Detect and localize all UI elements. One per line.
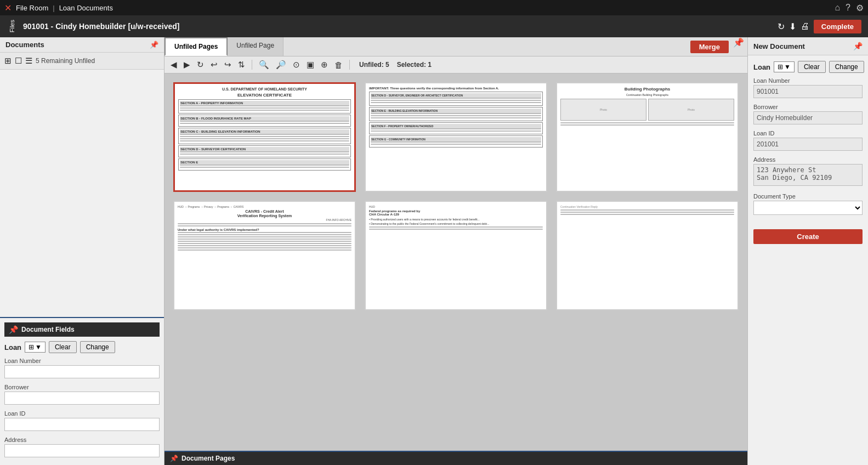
right-pin-icon[interactable]: 📌 — [853, 42, 863, 50]
page-thumb-3[interactable]: Building Photographs Continuation Buildi… — [556, 82, 739, 192]
settings-icon[interactable]: ⚙ — [856, 3, 864, 13]
right-panel-body: Loan ⊞ ▼ Clear Change Loan Number Borrow… — [748, 55, 868, 249]
doc-pages-bar: 📌 Document Pages — [164, 451, 747, 465]
page-thumb-6[interactable]: Continuation Verification Reply — [556, 201, 739, 310]
refresh-pages-button[interactable]: ↻ — [195, 59, 206, 71]
toolbar-strip: ◀ ▶ ↻ ↩ ↪ ⇅ 🔍 🔎 ⊙ ▣ ⊕ 🗑 Unfiled: 5 Selec… — [164, 56, 747, 73]
redo-button[interactable]: ↪ — [223, 59, 233, 71]
complete-button[interactable]: Complete — [814, 20, 861, 33]
fields-borrower-input[interactable] — [4, 392, 160, 405]
view-mode-button[interactable]: ▣ — [305, 59, 316, 71]
fields-change-button[interactable]: Change — [80, 341, 115, 353]
new-doc-type-label: Document Type — [753, 193, 863, 200]
new-doc-type-select[interactable] — [753, 201, 863, 215]
sort-button[interactable]: ⇅ — [236, 59, 247, 71]
doc-fields-header: 📌 Document Fields — [4, 322, 160, 337]
new-doc-address-row: Address 123 Anywhere St San Diego, CA 92… — [753, 156, 863, 188]
unfiled-count: Unfiled: 5 — [359, 61, 389, 69]
new-doc-loan-id-input[interactable] — [753, 138, 863, 151]
fields-loan-number-label: Loan Number — [4, 358, 160, 364]
fields-pin-icon[interactable]: 📌 — [9, 325, 18, 334]
fields-loan-number-input[interactable] — [4, 365, 160, 378]
list-view-icon[interactable]: ☐ — [15, 56, 22, 66]
zoom-in-button[interactable]: 🔎 — [274, 59, 288, 71]
documents-panel-header: Documents 📌 — [0, 37, 164, 53]
zoom-out-button[interactable]: 🔍 — [257, 59, 271, 71]
close-icon[interactable]: ✕ — [4, 3, 12, 13]
page-thumb-2[interactable]: IMPORTANT: Three questions verify the co… — [365, 82, 547, 192]
tab-unfiled-page[interactable]: Unfiled Page — [228, 37, 283, 56]
create-button[interactable]: Create — [753, 229, 863, 244]
right-panel: New Document 📌 Loan ⊞ ▼ Clear Change Loa… — [747, 37, 868, 465]
left-panel: Documents 📌 ⊞ ☐ ☰ 5 Remaining Unfiled 📌 … — [0, 37, 164, 465]
app-name: File Room — [16, 4, 48, 12]
left-toolbar: ⊞ ☐ ☰ 5 Remaining Unfiled — [0, 53, 164, 70]
fields-loan-id-label: Loan ID — [4, 410, 160, 417]
home-icon[interactable]: ⌂ — [835, 3, 840, 13]
new-doc-loan-number-row: Loan Number — [753, 77, 863, 98]
document-thumbnails — [0, 70, 164, 317]
new-doc-loan-number-label: Loan Number — [753, 77, 863, 84]
title-bar: ✕ File Room | Loan Documents ⌂ ? ⚙ — [0, 0, 868, 15]
new-doc-loan-label: Loan — [753, 63, 770, 71]
tabs-bar: Unfiled Pages Unfiled Page Merge 📌 — [164, 37, 747, 56]
new-doc-borrower-row: Borrower — [753, 104, 863, 124]
new-doc-loan-id-row: Loan ID — [753, 130, 863, 151]
tab-unfiled-pages[interactable]: Unfiled Pages — [164, 37, 228, 56]
grid-view-icon[interactable]: ⊞ — [4, 56, 12, 66]
doc-title: Loan Documents — [59, 4, 113, 12]
new-doc-borrower-input[interactable] — [753, 111, 863, 124]
print-button[interactable]: 🖨 — [801, 21, 809, 31]
page-thumb-5[interactable]: HUD Federal programs as required byCHA C… — [365, 201, 547, 310]
new-doc-change-button[interactable]: Change — [829, 61, 864, 73]
toolbar-sep-2 — [349, 60, 350, 70]
new-doc-clear-button[interactable]: Clear — [798, 61, 826, 73]
new-doc-loan-number-input[interactable] — [753, 85, 863, 98]
pin-icon[interactable]: 📌 — [150, 41, 158, 49]
details-view-icon[interactable]: ☰ — [25, 56, 32, 66]
table-icon: ⊞ — [29, 343, 34, 351]
new-doc-type-row: Document Type — [753, 193, 863, 215]
help-icon[interactable]: ? — [846, 3, 850, 13]
pages-grid: U.S. DEPARTMENT OF HOMELAND SECURITY ELE… — [164, 73, 747, 451]
undo-button[interactable]: ↩ — [209, 59, 219, 71]
delete-button[interactable]: 🗑 — [333, 59, 344, 71]
add-button[interactable]: ⊕ — [319, 59, 330, 71]
fields-loan-number-row: Loan Number — [4, 358, 160, 378]
fields-address-input[interactable] — [4, 444, 160, 457]
doc-fields-panel: 📌 Document Fields Loan ⊞ ▼ Clear Change … — [0, 317, 164, 465]
selected-count: Selected: 1 — [397, 61, 432, 69]
nav-back-button[interactable]: ◀ — [169, 59, 179, 71]
nav-forward-button[interactable]: ▶ — [182, 59, 192, 71]
page-thumb-1[interactable]: U.S. DEPARTMENT OF HOMELAND SECURITY ELE… — [173, 82, 356, 192]
page-thumb-4[interactable]: HUD → Programs → Privacy → Programs → CA… — [173, 201, 356, 310]
download-button[interactable]: ⬇ — [789, 21, 796, 32]
right-panel-header: New Document 📌 — [748, 37, 868, 55]
center-panel: Unfiled Pages Unfiled Page Merge 📌 ◀ ▶ ↻… — [164, 37, 747, 465]
fields-borrower-row: Borrower — [4, 384, 160, 405]
dropdown-icon-right: ▼ — [784, 63, 791, 71]
new-doc-address-input[interactable]: 123 Anywhere St San Diego, CA 92109 — [753, 164, 863, 186]
pin-icon-right[interactable]: 📌 — [733, 37, 744, 56]
files-sidebar[interactable]: Files — [7, 16, 18, 36]
doc-fields-label: Document Fields — [21, 326, 75, 333]
doc-pages-pin-icon[interactable]: 📌 — [170, 455, 178, 462]
new-document-header: New Document — [753, 42, 805, 50]
fields-clear-button[interactable]: Clear — [49, 341, 77, 353]
fields-address-row: Address — [4, 436, 160, 457]
doc-pages-label: Document Pages — [181, 455, 235, 462]
dropdown-icon: ▼ — [35, 343, 42, 351]
fields-loan-id-input[interactable] — [4, 418, 160, 431]
fields-address-label: Address — [4, 436, 160, 443]
app-title: 901001 - Cindy Homebuilder [u/w-received… — [23, 22, 778, 31]
fields-loan-id-row: Loan ID — [4, 410, 160, 431]
documents-label: Documents — [5, 41, 44, 49]
fields-loan-type-button[interactable]: ⊞ ▼ — [25, 342, 46, 353]
fields-borrower-label: Borrower — [4, 384, 160, 390]
fit-page-button[interactable]: ⊙ — [291, 59, 302, 71]
refresh-button[interactable]: ↻ — [778, 21, 785, 32]
app-bar: Files 901001 - Cindy Homebuilder [u/w-re… — [0, 15, 868, 37]
new-doc-loan-type-button[interactable]: ⊞ ▼ — [774, 61, 795, 72]
main-layout: Documents 📌 ⊞ ☐ ☰ 5 Remaining Unfiled 📌 … — [0, 37, 868, 465]
merge-button[interactable]: Merge — [690, 41, 729, 53]
